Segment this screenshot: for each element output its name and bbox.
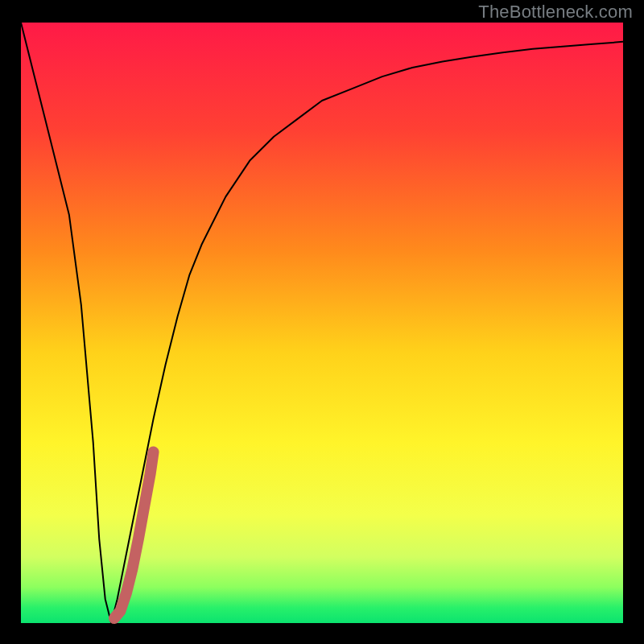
outer-frame: TheBottleneck.com [0, 0, 644, 644]
bottleneck-chart [0, 0, 644, 644]
plot-background [21, 23, 623, 623]
